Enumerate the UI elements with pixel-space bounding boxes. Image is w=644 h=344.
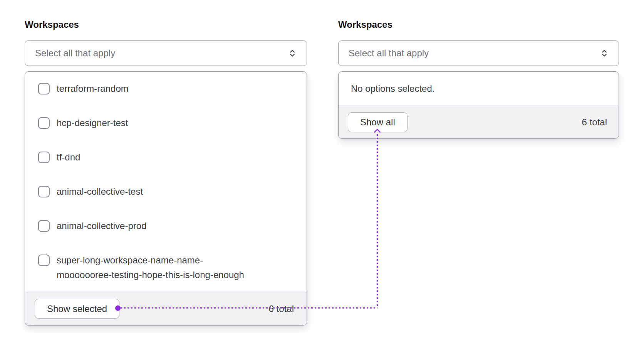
field-label: Workspaces [25,19,307,30]
show-selected-button[interactable]: Show selected [35,299,119,319]
option-label: animal-collective-test [57,184,143,199]
empty-state: No options selected. [339,72,619,106]
options-dropdown: terraform-random hcp-designer-test tf-dn… [25,71,307,325]
option-row[interactable]: terraform-random [25,72,307,106]
select-placeholder: Select all that apply [349,48,600,59]
option-label: tf-dnd [57,150,80,165]
dropdown-footer: Show selected 6 total [25,291,307,325]
option-checkbox[interactable] [38,186,50,197]
option-checkbox[interactable] [38,152,50,163]
page: Workspaces Select all that apply terrafo… [0,0,644,344]
caret-sort-icon [600,48,609,58]
option-row[interactable]: hcp-designer-test [25,106,307,140]
workspaces-select-trigger[interactable]: Select all that apply [25,40,307,66]
option-row[interactable]: animal-collective-test [25,175,307,209]
option-row[interactable]: tf-dnd [25,140,307,175]
workspaces-multiselect-open: Workspaces Select all that apply terrafo… [25,19,307,325]
selected-options-panel: No options selected. Show all 6 total [338,71,619,139]
workspaces-select-trigger[interactable]: Select all that apply [338,40,619,66]
option-checkbox[interactable] [38,83,50,94]
option-label: terraform-random [57,81,129,96]
show-all-button[interactable]: Show all [348,112,408,132]
option-checkbox[interactable] [38,255,50,266]
option-row[interactable]: super-long-workspace-name-name-moooooore… [25,243,307,291]
empty-message: No options selected. [351,83,434,94]
options-list: terraform-random hcp-designer-test tf-dn… [25,72,307,291]
option-label: animal-collective-prod [57,219,146,233]
option-label: hcp-designer-test [57,116,128,130]
option-label: super-long-workspace-name-name-moooooore… [57,253,249,282]
dropdown-footer: Show all 6 total [339,106,619,138]
option-checkbox[interactable] [38,117,50,129]
option-checkbox[interactable] [38,220,50,232]
caret-sort-icon [288,48,297,58]
annotation-line-vertical [377,134,378,308]
field-label: Workspaces [338,19,619,30]
select-placeholder: Select all that apply [35,48,288,59]
total-count: 6 total [582,117,607,128]
total-count: 6 total [269,304,294,314]
option-row[interactable]: animal-collective-prod [25,209,307,243]
workspaces-multiselect-selected-view: Workspaces Select all that apply No opti… [338,19,619,139]
